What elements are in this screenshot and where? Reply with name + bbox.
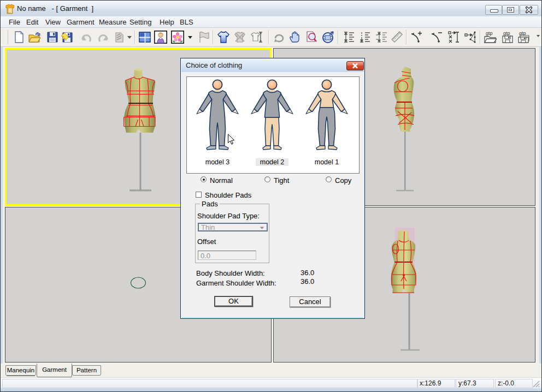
svg-text:gtp: gtp (486, 31, 493, 36)
svg-text:gtp: gtp (503, 31, 510, 36)
